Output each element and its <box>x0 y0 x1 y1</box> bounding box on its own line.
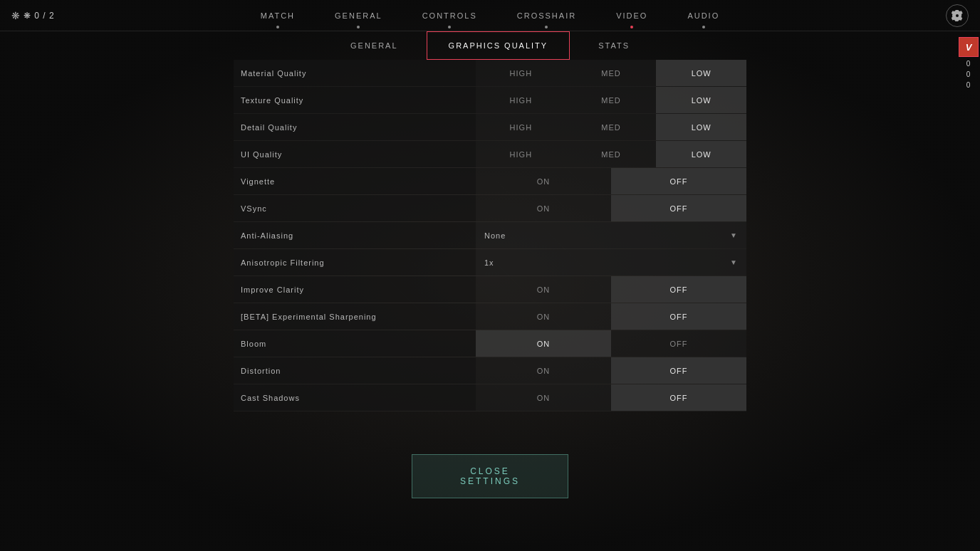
option-btn-on[interactable]: On <box>476 303 611 330</box>
option-btn-off[interactable]: Off <box>611 168 746 194</box>
settings-row-label: Bloom <box>234 330 476 357</box>
nav-dot-active <box>630 26 633 28</box>
settings-row-label: Improve Clarity <box>234 276 476 303</box>
close-settings-container: CLOSE SETTINGS <box>0 454 980 498</box>
settings-row: DistortionOnOff <box>234 357 746 384</box>
score-0: 0 <box>966 60 971 68</box>
nav-crosshair[interactable]: CROSSHAIR <box>497 0 596 31</box>
nav-dot <box>448 26 451 28</box>
settings-row: UI QualityHighMedLow <box>234 141 746 168</box>
option-dropdown[interactable]: None▼ <box>476 222 746 248</box>
settings-row: Material QualityHighMedLow <box>234 60 746 87</box>
top-navigation: ❋ ❋ 0 / 2 MATCH GENERAL CONTROLS CROSSHA… <box>0 0 980 31</box>
option-btn-low[interactable]: Low <box>656 87 746 113</box>
settings-row-label: Texture Quality <box>234 87 476 113</box>
settings-row: BloomOnOff <box>234 330 746 357</box>
settings-row-options: OnOff <box>476 330 746 357</box>
score-display: ❋ 0 / 2 <box>24 11 55 21</box>
option-btn-high[interactable]: High <box>476 60 566 86</box>
option-btn-on[interactable]: On <box>476 357 611 384</box>
settings-row-options: OnOff <box>476 384 746 411</box>
settings-row-options: OnOff <box>476 276 746 303</box>
nav-controls[interactable]: CONTROLS <box>402 0 497 31</box>
settings-row-options: HighMedLow <box>476 114 746 140</box>
option-btn-low[interactable]: Low <box>656 60 746 86</box>
chevron-down-icon: ▼ <box>730 258 738 266</box>
subnav-stats[interactable]: STATS <box>570 31 658 60</box>
option-btn-on[interactable]: On <box>476 276 611 303</box>
option-btn-off[interactable]: Off <box>611 384 746 411</box>
settings-row: Cast ShadowsOnOff <box>234 384 746 411</box>
settings-row: VignetteOnOff <box>234 168 746 195</box>
option-btn-med[interactable]: Med <box>566 114 657 140</box>
subnav-general[interactable]: GENERAL <box>322 31 427 60</box>
option-btn-med[interactable]: Med <box>566 141 657 167</box>
option-btn-med[interactable]: Med <box>566 60 657 86</box>
chevron-down-icon: ▼ <box>730 231 738 239</box>
option-btn-high[interactable]: High <box>476 87 566 113</box>
option-btn-on[interactable]: On <box>476 330 611 357</box>
nav-general[interactable]: GENERAL <box>315 0 402 31</box>
settings-row-label: Cast Shadows <box>234 384 476 411</box>
settings-row: Improve ClarityOnOff <box>234 276 746 303</box>
nav-audio[interactable]: AUDIO <box>667 0 739 31</box>
option-btn-on[interactable]: On <box>476 195 611 221</box>
option-btn-on[interactable]: On <box>476 384 611 411</box>
settings-row-label: Detail Quality <box>234 114 476 140</box>
player-score: ❋ ❋ 0 / 2 <box>11 10 55 21</box>
settings-row-label: Anti-Aliasing <box>234 222 476 248</box>
nav-dot <box>276 26 279 28</box>
nav-dot <box>702 26 705 28</box>
settings-row-options: OnOff <box>476 357 746 384</box>
option-btn-on[interactable]: On <box>476 168 611 194</box>
settings-row-options: OnOff <box>476 195 746 221</box>
option-btn-med[interactable]: Med <box>566 87 657 113</box>
nav-dot <box>357 26 360 28</box>
option-dropdown[interactable]: 1x▼ <box>476 249 746 276</box>
settings-row-options: OnOff <box>476 303 746 330</box>
settings-row: VSyncOnOff <box>234 195 746 222</box>
option-btn-off[interactable]: Off <box>611 330 746 357</box>
settings-gear-icon[interactable] <box>946 4 969 27</box>
settings-row: Anti-AliasingNone▼ <box>234 222 746 249</box>
settings-row-label: [BETA] Experimental Sharpening <box>234 303 476 330</box>
settings-row-options: HighMedLow <box>476 60 746 86</box>
sub-navigation: GENERAL GRAPHICS QUALITY STATS <box>0 31 980 60</box>
settings-row-options: 1x▼ <box>476 249 746 276</box>
settings-row-options: OnOff <box>476 168 746 194</box>
option-btn-off[interactable]: Off <box>611 357 746 384</box>
settings-row: Texture QualityHighMedLow <box>234 87 746 114</box>
subnav-graphics-quality[interactable]: GRAPHICS QUALITY <box>427 31 570 60</box>
right-panel: V 0 0 0 <box>957 31 980 89</box>
option-btn-off[interactable]: Off <box>611 195 746 221</box>
settings-table: Material QualityHighMedLowTexture Qualit… <box>234 60 746 411</box>
nav-match[interactable]: MATCH <box>241 0 315 31</box>
settings-row: Anisotropic Filtering1x▼ <box>234 249 746 276</box>
settings-row: Detail QualityHighMedLow <box>234 114 746 141</box>
valorant-icon[interactable]: V <box>959 37 979 57</box>
settings-row-label: Anisotropic Filtering <box>234 249 476 276</box>
main-nav-items: MATCH GENERAL CONTROLS CROSSHAIR VIDEO A… <box>241 0 739 31</box>
nav-dot <box>545 26 548 28</box>
option-btn-high[interactable]: High <box>476 114 566 140</box>
close-settings-button[interactable]: CLOSE SETTINGS <box>412 454 568 498</box>
option-btn-off[interactable]: Off <box>611 303 746 330</box>
settings-row-label: Material Quality <box>234 60 476 86</box>
settings-row-options: None▼ <box>476 222 746 248</box>
settings-row-options: HighMedLow <box>476 87 746 113</box>
option-btn-low[interactable]: Low <box>656 141 746 167</box>
option-btn-high[interactable]: High <box>476 141 566 167</box>
settings-row-label: Vignette <box>234 168 476 194</box>
settings-row-label: Distortion <box>234 357 476 384</box>
snowflake-icon: ❋ <box>11 10 21 21</box>
settings-row-options: HighMedLow <box>476 141 746 167</box>
settings-row: [BETA] Experimental SharpeningOnOff <box>234 303 746 330</box>
score-1: 0 <box>966 70 971 78</box>
settings-row-label: UI Quality <box>234 141 476 167</box>
option-btn-low[interactable]: Low <box>656 114 746 140</box>
settings-row-label: VSync <box>234 195 476 221</box>
option-btn-off[interactable]: Off <box>611 276 746 303</box>
nav-video[interactable]: VIDEO <box>596 0 667 31</box>
score-2: 0 <box>966 81 971 89</box>
